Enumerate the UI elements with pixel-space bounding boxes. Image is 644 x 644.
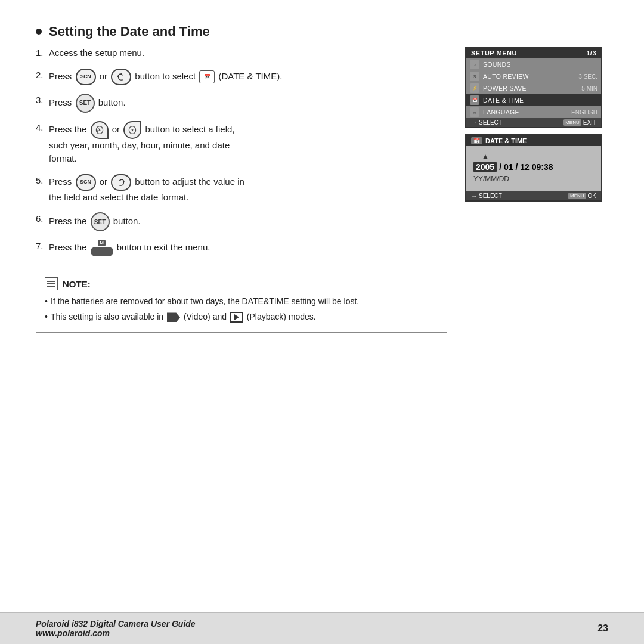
auto-review-label: AUTO REVIEW xyxy=(483,73,575,80)
page: Setting the Date and Time 1. Access the … xyxy=(0,0,644,644)
select-label: SELECT xyxy=(479,119,502,126)
step-3-num: 3. xyxy=(36,94,49,107)
set-button-2[interactable]: SET xyxy=(91,212,110,231)
step-7-content: Press the M button to exit the menu. xyxy=(49,240,447,256)
auto-review-value: 3 SEC. xyxy=(578,73,597,80)
dt-ok-label: OK xyxy=(588,193,596,199)
step-5: 5. Press SCN or button to adjust the val… xyxy=(36,174,447,205)
set-button-1[interactable]: SET xyxy=(76,94,95,113)
svg-marker-0 xyxy=(122,79,123,80)
step-6-content: Press the SET button. xyxy=(49,212,447,231)
menu-row-sounds: ♪ SOUNDS xyxy=(466,58,601,70)
dt-value-row: 2005 / 01 / 12 09:38 xyxy=(473,162,594,172)
up-arrow-button[interactable] xyxy=(91,121,109,139)
step-1-content: Access the setup menu. xyxy=(49,47,447,60)
dt-header-label: DATE & TIME xyxy=(485,137,527,144)
scn-button-2[interactable] xyxy=(111,69,131,85)
dt-select-label: SELECT xyxy=(479,193,502,199)
title-text: Setting the Date and Time xyxy=(49,24,210,39)
m-button[interactable]: M xyxy=(91,240,113,256)
language-value: ENGLISH xyxy=(571,109,597,116)
menu-row-auto-review: S AUTO REVIEW 3 SEC. xyxy=(466,70,601,82)
sounds-icon: ♪ xyxy=(470,60,479,69)
date-time-menu-icon: 📅 xyxy=(470,95,479,105)
dt-header-icon: 📅 xyxy=(471,137,482,144)
step-7-num: 7. xyxy=(36,240,49,253)
menu-footer-exit: MENU EXIT xyxy=(564,119,596,126)
page-footer: Polaroid i832 Digital Camera User Guide … xyxy=(0,612,644,644)
step-2: 2. Press SCN or button to s xyxy=(36,69,447,85)
dt-format: YY/MM/DD xyxy=(473,175,594,183)
language-label: LANGUAGE xyxy=(483,109,568,116)
step-7: 7. Press the M button to exit the menu. xyxy=(36,240,447,256)
dt-separator-1: / 01 / 12 xyxy=(499,162,530,172)
power-save-value: 5 MIN xyxy=(581,85,597,92)
menu-header-page: 1/3 xyxy=(586,49,596,57)
content-area: 1. Access the setup menu. 2. Press SCN o… xyxy=(36,47,608,333)
step-4-num: 4. xyxy=(36,121,49,135)
dt-footer: → SELECT MENU OK xyxy=(466,191,601,200)
power-save-label: POWER SAVE xyxy=(483,85,578,92)
menu-header-label: SETUP MENU xyxy=(471,49,517,57)
step-1: 1. Access the setup menu. xyxy=(36,47,447,60)
dt-arrow-up: ▲ xyxy=(473,152,594,160)
language-icon: ∞ xyxy=(470,107,479,117)
date-time-icon: 📅 xyxy=(199,70,215,83)
menu-footer-select: → SELECT xyxy=(471,119,502,126)
note-icon xyxy=(45,277,58,290)
dt-footer-ok: MENU OK xyxy=(568,193,596,199)
menu-row-language: ∞ LANGUAGE ENGLISH xyxy=(466,106,601,118)
note-label: NOTE: xyxy=(63,279,91,289)
step-5-content: Press SCN or button to adjust the value … xyxy=(49,174,447,205)
dt-time: 09:38 xyxy=(532,162,553,172)
date-time-label: DATE & TIME xyxy=(483,97,594,104)
dt-menu-label: MENU xyxy=(568,193,586,199)
step-1-num: 1. xyxy=(36,47,49,60)
menu-exit-label: MENU xyxy=(564,119,581,126)
step-3: 3. Press SET button. xyxy=(36,94,447,113)
footer-title: Polaroid i832 Digital Camera User Guide xyxy=(36,619,196,628)
page-title: Setting the Date and Time xyxy=(36,24,608,39)
dt-footer-select: → SELECT xyxy=(471,193,502,199)
note-section: NOTE: If the batteries are removed for a… xyxy=(36,271,447,333)
setup-menu-panel: SETUP MENU 1/3 ♪ SOUNDS S AUTO REVIEW 3 … xyxy=(465,47,602,128)
dt-panel: 📅 DATE & TIME ▲ 2005 / 01 / 12 09:38 YY/… xyxy=(465,134,602,202)
exit-label: EXIT xyxy=(583,119,596,126)
step-2-num: 2. xyxy=(36,69,49,82)
step-4: 4. Press the or xyxy=(36,121,447,166)
step-3-content: Press SET button. xyxy=(49,94,447,113)
menu-panel-header: SETUP MENU 1/3 xyxy=(466,48,601,58)
step-6-num: 6. xyxy=(36,212,49,226)
footer-page-num: 23 xyxy=(597,623,608,634)
footer-url: www.polaroid.com xyxy=(36,628,196,638)
dt-year-highlighted: 2005 xyxy=(473,162,497,172)
step-5-num: 5. xyxy=(36,174,49,188)
scn-button-1[interactable]: SCN xyxy=(76,69,96,85)
step-2-content: Press SCN or button to select 📅 xyxy=(49,69,447,85)
sounds-label: SOUNDS xyxy=(483,61,594,68)
scn-button-3[interactable]: SCN xyxy=(76,174,96,191)
power-save-icon: ⚡ xyxy=(470,83,479,93)
video-mode-icon xyxy=(167,312,180,322)
bullet-icon xyxy=(36,29,42,35)
dt-panel-header: 📅 DATE & TIME xyxy=(466,135,601,146)
down-arrow-button[interactable] xyxy=(123,121,141,139)
auto-review-icon: S xyxy=(470,72,479,81)
menu-footer: → SELECT MENU EXIT xyxy=(466,118,601,127)
note-bullet-1: If the batteries are removed for about t… xyxy=(45,295,438,308)
step-6: 6. Press the SET button. xyxy=(36,212,447,231)
select-arrow-icon: → xyxy=(471,119,477,126)
scn-button-4[interactable] xyxy=(111,174,131,191)
note-header: NOTE: xyxy=(45,277,438,290)
playback-mode-icon xyxy=(230,312,243,323)
svg-marker-3 xyxy=(119,184,120,186)
left-column: 1. Access the setup menu. 2. Press SCN o… xyxy=(36,47,447,333)
right-column: SETUP MENU 1/3 ♪ SOUNDS S AUTO REVIEW 3 … xyxy=(465,47,608,333)
footer-left: Polaroid i832 Digital Camera User Guide … xyxy=(36,619,196,638)
dt-select-arrow: → xyxy=(471,193,477,199)
menu-row-power-save: ⚡ POWER SAVE 5 MIN xyxy=(466,82,601,94)
note-bullet-2: This setting is also available in (Video… xyxy=(45,311,438,323)
menu-row-date-time: 📅 DATE & TIME xyxy=(466,94,601,106)
dt-body: ▲ 2005 / 01 / 12 09:38 YY/MM/DD xyxy=(466,146,601,191)
step-4-content: Press the or xyxy=(49,121,447,166)
